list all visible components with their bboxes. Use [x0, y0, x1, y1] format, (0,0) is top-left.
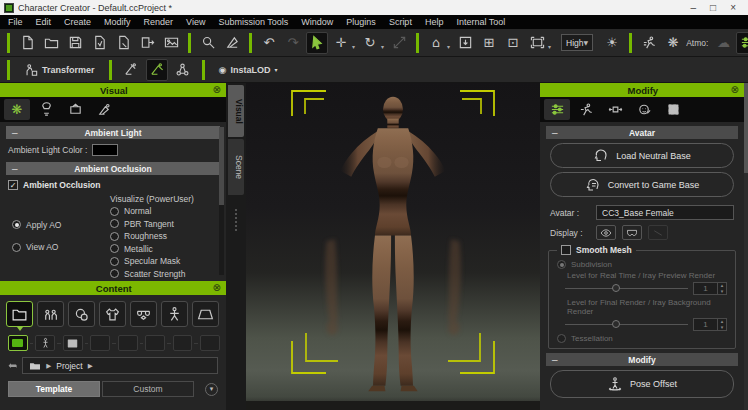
save-project-button[interactable] — [64, 32, 86, 54]
avatar-section-bar[interactable]: − Avatar — [546, 126, 738, 139]
edit-pose-a-button[interactable] — [120, 59, 142, 81]
breadcrumb[interactable]: ▶ Project ▶ — [22, 357, 218, 374]
menu-view[interactable]: View — [186, 17, 205, 27]
preview-light-button[interactable]: ☀ — [601, 32, 623, 54]
open-project-button[interactable] — [40, 32, 62, 54]
undo-icon[interactable]: ↶ — [258, 32, 280, 54]
spin-down-icon[interactable]: ▾ — [718, 325, 726, 331]
realtime-level-spinner[interactable]: 1 ▴▾ — [693, 282, 727, 295]
collapse-icon[interactable]: − — [11, 128, 19, 138]
move-tool-button[interactable]: ✛ — [330, 32, 352, 54]
viewport-3d[interactable] — [246, 83, 540, 410]
visualize-scatter-strength-radio[interactable] — [110, 269, 119, 278]
visual-settings-button[interactable] — [736, 32, 748, 54]
visualize-metallic-radio[interactable] — [110, 244, 119, 253]
right-scrollbar[interactable] — [744, 83, 748, 410]
content-panel-close-icon[interactable]: ⊗ — [213, 283, 221, 293]
category-accessory-button[interactable] — [130, 301, 157, 327]
tab-texture[interactable] — [660, 99, 686, 120]
modify-section-bar[interactable]: − Modify — [546, 353, 738, 366]
motion-blur-button[interactable] — [638, 32, 660, 54]
menu-internal-tool[interactable]: Internal Tool — [456, 17, 505, 27]
collapse-icon[interactable]: − — [551, 355, 559, 365]
category-stage-button[interactable] — [192, 301, 219, 327]
category-material-button[interactable] — [68, 301, 95, 327]
visual-panel-close-icon[interactable]: ⊗ — [213, 85, 221, 95]
apply-ao-radio[interactable] — [12, 220, 21, 229]
category-actor-button[interactable] — [37, 301, 64, 327]
camera-frame-dropdown-icon[interactable]: ▾ — [548, 43, 551, 56]
menu-file[interactable]: File — [8, 17, 23, 27]
tab-global-settings[interactable]: ❋ — [4, 99, 30, 120]
spin-down-icon[interactable]: ▾ — [718, 289, 726, 295]
instalod-button[interactable]: ◉ InstaLOD ▾ — [213, 60, 284, 80]
render-image-button[interactable] — [160, 32, 182, 54]
rotate-tool-dropdown-icon[interactable]: ▾ — [381, 43, 384, 56]
subfolder-image-button[interactable] — [63, 335, 83, 351]
category-animation-button[interactable] — [161, 301, 188, 327]
ambient-occlusion-checkbox[interactable]: ✓ — [8, 180, 18, 190]
load-neutral-base-button[interactable]: Load Neutral Base — [550, 143, 734, 168]
avatar-name-field[interactable]: CC3_Base Female — [596, 205, 734, 220]
display-extra-toggle[interactable] — [648, 225, 668, 240]
ambient-occlusion-section-bar[interactable]: − Ambient Occlusion — [6, 162, 220, 175]
maximize-button[interactable]: □ — [710, 3, 716, 13]
convert-game-base-button[interactable]: Convert to Game Base — [550, 172, 734, 197]
tab-custom[interactable]: Custom — [102, 381, 194, 397]
ambient-light-section-bar[interactable]: − Ambient Light — [6, 126, 220, 139]
export-file-button[interactable] — [112, 32, 134, 54]
collapse-icon[interactable]: − — [551, 128, 559, 138]
link-nodes-button[interactable] — [172, 59, 194, 81]
menu-render[interactable]: Render — [144, 17, 174, 27]
minimize-button[interactable]: – — [691, 3, 697, 13]
category-cloth-button[interactable] — [99, 301, 126, 327]
select-tool-button[interactable] — [306, 32, 328, 54]
atmosphere-gear-icon[interactable]: ❋ — [662, 32, 684, 54]
ambient-light-color-swatch[interactable] — [92, 144, 118, 156]
import-file-button[interactable] — [88, 32, 110, 54]
content-expand-icon[interactable]: ▾ — [205, 383, 218, 396]
modify-panel-header[interactable]: Modify ⊗ — [540, 83, 744, 97]
quality-select[interactable]: High ▼ — [561, 34, 593, 51]
scale-tool-button[interactable] — [388, 32, 410, 54]
transformer-button[interactable]: Transformer — [18, 60, 101, 80]
wind-effect-button[interactable]: ☁ — [712, 32, 734, 54]
subdivision-radio[interactable] — [557, 260, 566, 269]
pose-offset-button[interactable]: Pose Offset — [550, 370, 734, 398]
smooth-mesh-checkbox[interactable] — [561, 245, 571, 255]
tessellation-radio[interactable] — [557, 334, 566, 343]
edit-pose-b-button[interactable] — [146, 59, 168, 81]
menu-modify[interactable]: Modify — [104, 17, 131, 27]
calibration-tool-button[interactable] — [221, 32, 243, 54]
search-content-button[interactable] — [197, 32, 219, 54]
tab-morph[interactable] — [602, 99, 628, 120]
menu-window[interactable]: Window — [301, 17, 333, 27]
move-tool-dropdown-icon[interactable]: ▾ — [352, 43, 355, 56]
new-project-button[interactable] — [16, 32, 38, 54]
modify-panel-close-icon[interactable]: ⊗ — [731, 85, 739, 95]
menu-script[interactable]: Script — [389, 17, 412, 27]
final-level-slider[interactable] — [565, 324, 688, 325]
menu-create[interactable]: Create — [64, 17, 91, 27]
final-level-spinner[interactable]: 1 ▴▾ — [693, 318, 727, 331]
visual-panel-scrollbar[interactable] — [219, 127, 224, 275]
breadcrumb-project[interactable]: Project — [56, 361, 82, 371]
tab-animation[interactable] — [573, 99, 599, 120]
subfolder-active-button[interactable] — [8, 335, 28, 351]
tab-lighting[interactable] — [33, 99, 59, 120]
collapse-icon[interactable]: − — [11, 164, 19, 174]
fit-view-button[interactable]: ⊡ — [502, 32, 524, 54]
menu-edit[interactable]: Edit — [36, 17, 52, 27]
close-button[interactable]: × — [730, 3, 736, 13]
tab-camera-light[interactable] — [91, 99, 117, 120]
subfolder-avatar-button[interactable] — [35, 335, 55, 351]
panel-drag-handle[interactable] — [234, 209, 238, 231]
center-view-button[interactable]: ⊞ — [478, 32, 500, 54]
back-icon[interactable]: ➦ — [8, 359, 17, 372]
tab-shadow[interactable] — [62, 99, 88, 120]
realtime-level-slider[interactable] — [565, 288, 688, 289]
home-camera-button[interactable]: ⌂ — [425, 32, 447, 54]
home-camera-dropdown-icon[interactable]: ▾ — [447, 43, 450, 56]
menu-help[interactable]: Help — [425, 17, 444, 27]
visual-panel-header[interactable]: Visual ⊗ — [0, 83, 226, 97]
